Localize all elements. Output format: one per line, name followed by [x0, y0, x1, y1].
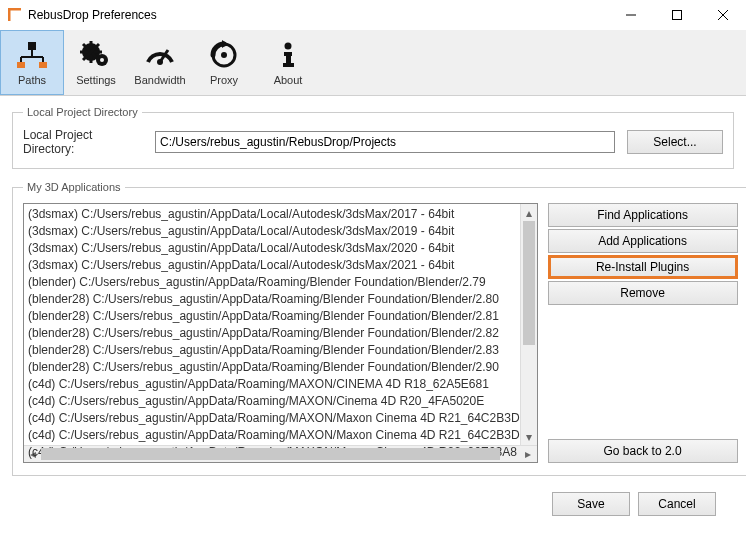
- horizontal-scrollbar[interactable]: ◂ ▸: [24, 445, 537, 462]
- tab-paths[interactable]: Paths: [0, 30, 64, 95]
- list-item[interactable]: (blender28) C:/Users/rebus_agustin/AppDa…: [28, 325, 520, 342]
- list-item[interactable]: (c4d) C:/Users/rebus_agustin/AppData/Roa…: [28, 376, 520, 393]
- tab-proxy-label: Proxy: [210, 74, 238, 86]
- local-project-group: Local Project Directory Local Project Di…: [12, 106, 734, 169]
- apps-list[interactable]: (3dsmax) C:/Users/rebus_agustin/AppData/…: [23, 203, 538, 463]
- apps-group: My 3D Applications (3dsmax) C:/Users/reb…: [12, 181, 746, 476]
- window-title: RebusDrop Preferences: [28, 8, 608, 22]
- list-item[interactable]: (blender28) C:/Users/rebus_agustin/AppDa…: [28, 359, 520, 376]
- vertical-scrollbar[interactable]: ▴ ▾: [520, 204, 537, 445]
- svg-marker-22: [222, 40, 228, 48]
- select-button[interactable]: Select...: [627, 130, 723, 154]
- tab-settings[interactable]: Settings: [64, 30, 128, 95]
- svg-point-23: [221, 52, 227, 58]
- maximize-button[interactable]: [654, 0, 700, 30]
- list-item[interactable]: (3dsmax) C:/Users/rebus_agustin/AppData/…: [28, 223, 520, 240]
- apps-legend: My 3D Applications: [23, 181, 125, 193]
- svg-point-14: [100, 58, 104, 62]
- find-applications-button[interactable]: Find Applications: [548, 203, 738, 227]
- svg-rect-1: [673, 10, 682, 19]
- footer: Save Cancel: [12, 488, 734, 516]
- list-item[interactable]: (c4d) C:/Users/rebus_agustin/AppData/Roa…: [28, 427, 520, 444]
- list-item[interactable]: (blender28) C:/Users/rebus_agustin/AppDa…: [28, 308, 520, 325]
- spacer: [548, 307, 738, 437]
- window-controls: [608, 0, 746, 30]
- about-icon: [272, 40, 304, 70]
- add-applications-button[interactable]: Add Applications: [548, 229, 738, 253]
- scroll-thumb-vertical[interactable]: [523, 221, 535, 345]
- toolbar: Paths Settings Bandwidth Proxy: [0, 30, 746, 96]
- svg-point-24: [285, 42, 292, 49]
- list-item[interactable]: (blender28) C:/Users/rebus_agustin/AppDa…: [28, 291, 520, 308]
- content-area: Local Project Directory Local Project Di…: [0, 96, 746, 526]
- close-button[interactable]: [700, 0, 746, 30]
- list-item[interactable]: (blender28) C:/Users/rebus_agustin/AppDa…: [28, 342, 520, 359]
- tab-about[interactable]: About: [256, 30, 320, 95]
- paths-icon: [16, 40, 48, 70]
- list-item[interactable]: (3dsmax) C:/Users/rebus_agustin/AppData/…: [28, 206, 520, 223]
- scroll-thumb-horizontal[interactable]: [41, 448, 500, 460]
- tab-about-label: About: [274, 74, 303, 86]
- tab-proxy[interactable]: Proxy: [192, 30, 256, 95]
- settings-icon: [80, 40, 112, 70]
- local-project-label: Local Project Directory:: [23, 128, 143, 156]
- list-item[interactable]: (blender) C:/Users/rebus_agustin/AppData…: [28, 274, 520, 291]
- minimize-button[interactable]: [608, 0, 654, 30]
- apps-side-buttons: Find Applications Add Applications Re-In…: [548, 203, 738, 463]
- title-bar: RebusDrop Preferences: [0, 0, 746, 30]
- tab-bandwidth-label: Bandwidth: [134, 74, 185, 86]
- list-item[interactable]: (3dsmax) C:/Users/rebus_agustin/AppData/…: [28, 240, 520, 257]
- local-project-input[interactable]: [155, 131, 615, 153]
- app-icon: [8, 8, 22, 22]
- list-item[interactable]: (c4d) C:/Users/rebus_agustin/AppData/Roa…: [28, 393, 520, 410]
- tab-settings-label: Settings: [76, 74, 116, 86]
- local-project-legend: Local Project Directory: [23, 106, 142, 118]
- go-back-button[interactable]: Go back to 2.0: [548, 439, 738, 463]
- svg-rect-27: [283, 63, 294, 67]
- scroll-down-icon[interactable]: ▾: [521, 428, 537, 445]
- svg-rect-10: [39, 62, 47, 68]
- reinstall-plugins-button[interactable]: Re-Install Plugins: [548, 255, 738, 279]
- svg-point-20: [157, 59, 163, 65]
- scroll-right-icon[interactable]: ▸: [520, 446, 537, 462]
- list-item[interactable]: (3dsmax) C:/Users/rebus_agustin/AppData/…: [28, 257, 520, 274]
- bandwidth-icon: [144, 40, 176, 70]
- list-item[interactable]: (c4d) C:/Users/rebus_agustin/AppData/Roa…: [28, 410, 520, 427]
- tab-paths-label: Paths: [18, 74, 46, 86]
- remove-button[interactable]: Remove: [548, 281, 738, 305]
- svg-rect-4: [28, 42, 36, 50]
- cancel-button[interactable]: Cancel: [638, 492, 716, 516]
- save-button[interactable]: Save: [552, 492, 630, 516]
- tab-bandwidth[interactable]: Bandwidth: [128, 30, 192, 95]
- svg-rect-9: [17, 62, 25, 68]
- scroll-up-icon[interactable]: ▴: [521, 204, 537, 221]
- proxy-icon: [208, 40, 240, 70]
